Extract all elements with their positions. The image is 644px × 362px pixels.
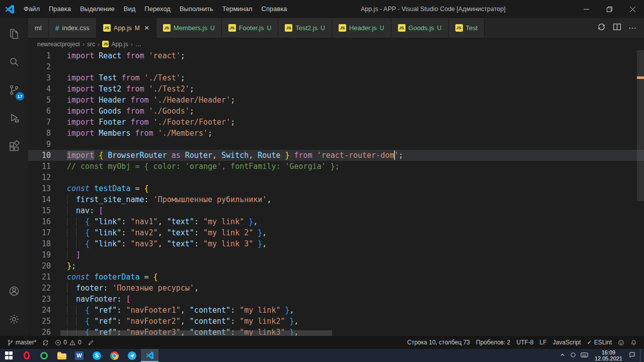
code-editor[interactable]: 1import React from 'react';23import Test… bbox=[28, 50, 644, 336]
taskbar-green-app-icon[interactable] bbox=[35, 349, 53, 362]
code-line-22[interactable]: 22 footer: 'Полезные ресурсы', bbox=[28, 283, 644, 294]
code-line-23[interactable]: 23 navFooter: [ bbox=[28, 294, 644, 305]
search-icon[interactable] bbox=[2, 50, 26, 73]
split-editor-icon[interactable] bbox=[613, 23, 621, 33]
code-line-4[interactable]: 4import Test2 from './Test2'; bbox=[28, 83, 644, 95]
code-line-2[interactable]: 2 bbox=[28, 61, 644, 72]
tab-test[interactable]: JSTest bbox=[449, 18, 485, 38]
code-text: import Test2 from './Test2'; bbox=[67, 83, 194, 95]
tab-goods-js[interactable]: JSGoods.jsU bbox=[391, 18, 449, 38]
tab-index-css[interactable]: #index.css bbox=[49, 18, 97, 38]
code-line-15[interactable]: 15 nav: [ bbox=[28, 205, 644, 216]
tray-keyboard-icon[interactable] bbox=[581, 351, 588, 360]
menu-item-2[interactable]: Правка bbox=[44, 0, 75, 18]
restore-button[interactable] bbox=[598, 0, 621, 18]
cursor-position-indicator[interactable]: Строка 10, столбец 73 bbox=[404, 336, 473, 349]
indentation-indicator[interactable]: Пробелов: 2 bbox=[473, 336, 514, 349]
pen-icon[interactable] bbox=[85, 336, 97, 349]
problems-indicator[interactable]: 0 0 bbox=[52, 336, 84, 349]
error-count: 0 bbox=[63, 339, 67, 346]
close-button[interactable] bbox=[621, 0, 644, 18]
code-line-7[interactable]: 7import Footer from './Footer/Footer'; bbox=[28, 117, 644, 128]
activity-bar: 17 bbox=[0, 18, 28, 336]
breadcrumb-item-3[interactable]: JSApp.js bbox=[102, 41, 128, 48]
breadcrumb-item-2[interactable]: src bbox=[87, 41, 95, 48]
code-line-18[interactable]: 18 { "link": "nav3", "text": "my link 3"… bbox=[28, 238, 644, 249]
tab-members-js[interactable]: JSMembers.jsU bbox=[156, 18, 222, 38]
code-line-21[interactable]: 21const footerData = { bbox=[28, 272, 644, 283]
code-line-9[interactable]: 9 bbox=[28, 139, 644, 150]
code-line-6[interactable]: 6import Goods from './Goods'; bbox=[28, 106, 644, 117]
breadcrumb-item-4[interactable]: … bbox=[135, 41, 141, 48]
code-line-1[interactable]: 1import React from 'react'; bbox=[28, 50, 644, 61]
breadcrumb-item-1[interactable]: newreactproject bbox=[37, 41, 80, 48]
tab-ml[interactable]: ml bbox=[28, 18, 49, 38]
menu-item-5[interactable]: Переход bbox=[140, 0, 175, 18]
tab-footer-js[interactable]: JSFooter.jsU bbox=[222, 18, 279, 38]
run-debug-icon[interactable] bbox=[2, 107, 26, 130]
code-line-13[interactable]: 13const testData = { bbox=[28, 183, 644, 194]
code-line-11[interactable]: 11// const myObj = { color: 'orange', fo… bbox=[28, 161, 644, 172]
taskbar-chrome-icon[interactable] bbox=[106, 349, 123, 362]
taskbar-word-icon[interactable]: W bbox=[70, 349, 88, 362]
explorer-icon[interactable] bbox=[2, 22, 26, 45]
feedback-icon[interactable] bbox=[615, 336, 627, 349]
taskbar-opera-icon[interactable] bbox=[18, 349, 35, 362]
notifications-bell-icon[interactable] bbox=[627, 336, 640, 349]
show-desktop-button[interactable] bbox=[640, 349, 642, 362]
code-line-10[interactable]: 10import { BrowserRouter as Router, Swit… bbox=[28, 150, 644, 161]
code-line-24[interactable]: 24 { "ref": "navFooter1", "content": "my… bbox=[28, 305, 644, 316]
menu-item-6[interactable]: Выполнить bbox=[175, 0, 218, 18]
taskbar-explorer-icon[interactable] bbox=[53, 349, 70, 362]
tab-test2-js[interactable]: JSTest2.jsU bbox=[278, 18, 332, 38]
account-icon[interactable] bbox=[2, 280, 26, 303]
menu-item-1[interactable]: Файл bbox=[19, 0, 44, 18]
code-line-12[interactable]: 12 bbox=[28, 172, 644, 183]
breadcrumb-label: App.js bbox=[111, 41, 128, 48]
start-button[interactable] bbox=[0, 349, 18, 362]
settings-gear-icon[interactable] bbox=[2, 308, 26, 331]
tray-status-icon[interactable] bbox=[570, 351, 576, 360]
code-line-14[interactable]: 14 first_site_name: 'Промышленные рубиль… bbox=[28, 194, 644, 205]
line-number: 4 bbox=[28, 83, 51, 95]
action-center-icon[interactable] bbox=[629, 351, 635, 360]
code-line-19[interactable]: 19 ] bbox=[28, 249, 644, 260]
language-indicator[interactable]: JavaScript bbox=[550, 336, 584, 349]
taskbar-clock[interactable]: 16:09 12.05.2021 bbox=[593, 349, 624, 361]
code-line-8[interactable]: 8import Members from './Members'; bbox=[28, 128, 644, 139]
extensions-icon[interactable] bbox=[2, 135, 26, 158]
code-line-17[interactable]: 17 { "link": "nav2", "text": "my link 2"… bbox=[28, 227, 644, 238]
vertical-scrollbar[interactable] bbox=[637, 50, 644, 201]
tab-close-icon[interactable]: × bbox=[144, 24, 149, 32]
menu-item-4[interactable]: Вид bbox=[119, 0, 140, 18]
menu-item-8[interactable]: Справка bbox=[257, 0, 292, 18]
open-changes-icon[interactable] bbox=[597, 23, 606, 33]
code-line-5[interactable]: 5import Header from './Header/Header'; bbox=[28, 95, 644, 106]
horizontal-scrollbar[interactable] bbox=[60, 330, 332, 336]
check-icon: ✓ bbox=[587, 339, 592, 346]
code-line-20[interactable]: 20}; bbox=[28, 260, 644, 272]
sync-button[interactable] bbox=[39, 336, 52, 349]
tray-expand-icon[interactable] bbox=[559, 351, 566, 360]
taskbar-telegram-icon[interactable] bbox=[123, 349, 141, 362]
taskbar-skype-icon[interactable]: S bbox=[88, 349, 106, 362]
code-line-25[interactable]: 25 { "ref": "navFooter2", "content": "my… bbox=[28, 316, 644, 327]
menu-item-7[interactable]: Терминал bbox=[218, 0, 257, 18]
encoding-indicator[interactable]: UTF-8 bbox=[514, 336, 537, 349]
tab-app-js[interactable]: JSApp.jsM× bbox=[97, 18, 156, 38]
code-line-3[interactable]: 3import Test from './Test'; bbox=[28, 72, 644, 83]
tab-header-js[interactable]: JSHeader.jsU bbox=[332, 18, 391, 38]
breadcrumb-label: … bbox=[135, 41, 141, 48]
eslint-status[interactable]: ✓ ESLint bbox=[584, 336, 615, 349]
error-icon bbox=[55, 339, 61, 346]
line-number: 5 bbox=[28, 95, 51, 106]
code-text: { "ref": "navFooter2", "content": "my li… bbox=[67, 316, 299, 327]
eol-indicator[interactable]: LF bbox=[537, 336, 550, 349]
more-actions-icon[interactable]: ⋯ bbox=[628, 23, 637, 33]
taskbar-vscode-icon[interactable] bbox=[141, 349, 158, 362]
code-line-16[interactable]: 16 { "link": "nav1", "text": "my link" }… bbox=[28, 216, 644, 227]
source-control-icon[interactable]: 17 bbox=[2, 78, 26, 102]
git-branch-indicator[interactable]: master* bbox=[4, 336, 39, 349]
minimize-button[interactable] bbox=[575, 0, 598, 18]
menu-item-3[interactable]: Выделение bbox=[75, 0, 119, 18]
